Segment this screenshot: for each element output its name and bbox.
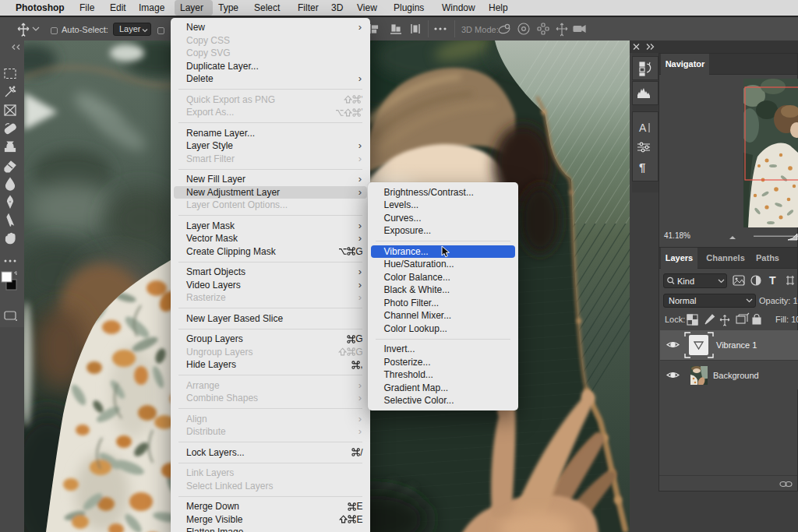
svg-text:¶: ¶ — [639, 160, 645, 174]
svg-text:A: A — [639, 122, 647, 134]
svg-text:T: T — [769, 274, 776, 287]
